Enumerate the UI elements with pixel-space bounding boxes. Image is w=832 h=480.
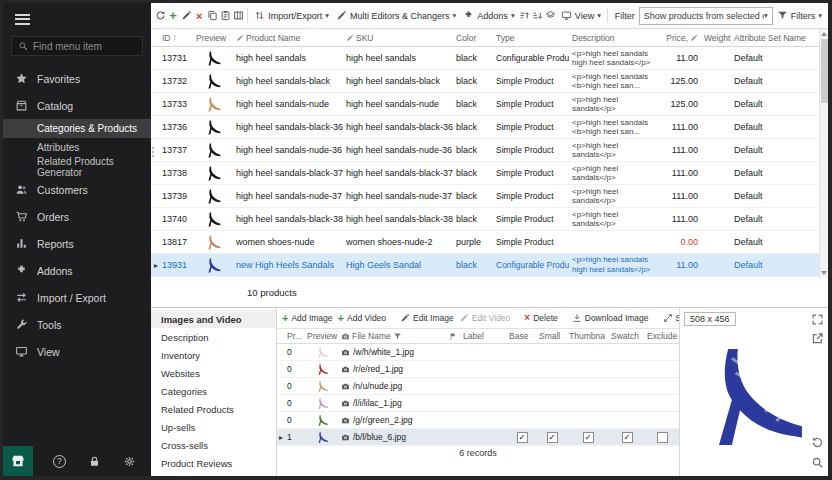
sidebar-item-attributes[interactable]: Attributes: [3, 138, 151, 157]
checkbox-swatch[interactable]: ✓: [622, 432, 633, 443]
detail-tab[interactable]: Cross-sells: [151, 436, 276, 454]
addons-menu[interactable]: Addons▾: [460, 6, 517, 26]
column-header-attribute-set[interactable]: Attribute Set Name: [731, 33, 819, 43]
column-header-preview[interactable]: Preview: [305, 331, 339, 341]
image-row[interactable]: 0 /l/i/lilac_1.jpg: [277, 395, 679, 412]
column-header-exclude[interactable]: Exclude: [645, 331, 679, 341]
product-row[interactable]: 13738 high heel sandals-black-37 high he…: [151, 162, 819, 185]
store-manager-icon[interactable]: [3, 446, 33, 476]
download-image-button[interactable]: Download Image: [572, 313, 649, 323]
checkbox-base[interactable]: ✓: [517, 432, 528, 443]
filters-menu[interactable]: Filters▾: [774, 6, 825, 26]
sidebar-item-orders[interactable]: Orders: [3, 203, 151, 230]
detail-tab[interactable]: Images and Video: [151, 310, 276, 328]
zoom-icon[interactable]: [811, 456, 824, 469]
checkbox-exclude[interactable]: [657, 432, 668, 443]
sidebar-item-related-products-generator[interactable]: Related Products Generator: [3, 157, 151, 176]
add-video-button[interactable]: +Add Video: [338, 313, 387, 324]
checkbox-thumbnail[interactable]: ✓: [583, 432, 594, 443]
detail-tab[interactable]: Related Products: [151, 400, 276, 418]
product-row[interactable]: 13737 high heel sandals-nude-36 high hee…: [151, 139, 819, 162]
settings-gear-icon[interactable]: [121, 452, 139, 470]
refresh-button[interactable]: [154, 6, 166, 26]
column-header-preview[interactable]: Preview: [193, 33, 233, 43]
product-row[interactable]: 13740 high heel sandals-black-38 high he…: [151, 208, 819, 231]
rotate-icon[interactable]: [811, 436, 824, 449]
menu-icon[interactable]: [3, 3, 43, 31]
column-header-small[interactable]: Small: [537, 331, 567, 341]
sidebar-item-reports[interactable]: Reports: [3, 230, 151, 257]
image-row[interactable]: 0 /n/u/nude.jpg: [277, 378, 679, 395]
column-header-weight[interactable]: Weight: [701, 33, 731, 43]
vertical-scrollbar[interactable]: [819, 29, 828, 278]
columns-button[interactable]: [232, 6, 244, 26]
set-resize-rule-button[interactable]: Set Resize Rule: [663, 313, 679, 323]
sidebar-item-tools[interactable]: Tools: [3, 311, 151, 338]
help-icon[interactable]: ?: [50, 452, 68, 470]
product-row[interactable]: 13732 high heel sandals-black high heel …: [151, 70, 819, 93]
sidebar-item-customers[interactable]: Customers: [3, 176, 151, 203]
paste-button[interactable]: [219, 6, 231, 26]
column-header-color[interactable]: Color: [453, 33, 493, 43]
edit-button[interactable]: [180, 6, 192, 26]
sidebar-item-view[interactable]: View: [3, 338, 151, 365]
sidebar-item-categories-products[interactable]: Categories & Products: [3, 119, 151, 138]
column-header-swatch[interactable]: Swatch: [609, 331, 645, 341]
add-product-button[interactable]: +: [167, 6, 179, 26]
column-header-product-name[interactable]: Product Name: [233, 33, 343, 43]
delete-button[interactable]: ×: [193, 6, 205, 26]
import-export-menu[interactable]: Import/Export▾: [251, 6, 332, 26]
product-row[interactable]: 13733 high heel sandals-nude high heel s…: [151, 93, 819, 116]
lock-icon[interactable]: [86, 452, 104, 470]
column-header-label[interactable]: Label: [461, 331, 507, 341]
sidebar-item-catalog[interactable]: Catalog: [3, 92, 151, 119]
product-row[interactable]: 13817 women shoes-nude women shoes-nude-…: [151, 231, 819, 254]
scroll-up-arrow[interactable]: [821, 32, 827, 36]
column-header-id[interactable]: ID↕: [159, 33, 193, 43]
column-header-base[interactable]: Base: [507, 331, 537, 341]
product-row[interactable]: ▸ 13931 new High Heels Sandals High Geel…: [151, 254, 819, 277]
detail-tab[interactable]: Categories: [151, 382, 276, 400]
scroll-down-arrow[interactable]: [821, 271, 827, 275]
image-row[interactable]: ▸ 1 /b/l/blue_6.jpg ✓ ✓ ✓ ✓: [277, 429, 679, 446]
column-header-description[interactable]: Description: [569, 33, 657, 43]
product-row[interactable]: 13739 high heel sandals-nude-37 high hee…: [151, 185, 819, 208]
open-external-icon[interactable]: [811, 332, 824, 345]
category-filter-dropdown[interactable]: Show products from selected categories▾: [639, 7, 773, 25]
detail-tab[interactable]: Description: [151, 328, 276, 346]
image-row[interactable]: 0 /g/r/green_2.jpg: [277, 412, 679, 429]
group-button[interactable]: [545, 6, 557, 26]
view-menu[interactable]: View▾: [558, 6, 604, 26]
column-header-thumbnail[interactable]: Thumbna: [567, 331, 609, 341]
detail-tab[interactable]: Websites: [151, 364, 276, 382]
detail-tab[interactable]: Inventory: [151, 346, 276, 364]
preview-image[interactable]: [695, 332, 813, 462]
column-header-price[interactable]: Price,: [657, 33, 701, 43]
product-row[interactable]: 13736 high heel sandals-black-36 high he…: [151, 116, 819, 139]
search-input[interactable]: [33, 41, 136, 52]
edit-video-button[interactable]: Edit Video: [459, 313, 511, 323]
sidebar-item-favorites[interactable]: Favorites: [3, 65, 151, 92]
product-row[interactable]: 13731 high heel sandals high heel sandal…: [151, 47, 819, 70]
column-header-flag[interactable]: [447, 332, 461, 341]
column-header-type[interactable]: Type: [493, 33, 569, 43]
copy-button[interactable]: [206, 6, 218, 26]
scrollbar-thumb[interactable]: [821, 39, 828, 103]
detail-tab[interactable]: Product Reviews: [151, 454, 276, 472]
column-header-file-name[interactable]: File Name: [339, 331, 447, 341]
image-row[interactable]: 0 /w/h/white_1.jpg: [277, 344, 679, 361]
panel-splitter-handle[interactable]: [151, 139, 155, 165]
sidebar-item-import-export[interactable]: Import / Export: [3, 284, 151, 311]
checkbox-small[interactable]: ✓: [547, 432, 558, 443]
sort-ascending-button[interactable]: [519, 6, 531, 26]
multi-editors-menu[interactable]: Multi Editors & Changers▾: [333, 6, 459, 26]
fullscreen-icon[interactable]: [811, 313, 824, 326]
column-header-sku[interactable]: SKU: [343, 33, 453, 43]
sort-descending-button[interactable]: [532, 6, 544, 26]
column-header-position[interactable]: Pr...: [285, 331, 305, 341]
sidebar-item-addons[interactable]: Addons: [3, 257, 151, 284]
add-image-button[interactable]: +Add Image: [282, 313, 333, 324]
detail-tab[interactable]: Up-sells: [151, 418, 276, 436]
edit-image-button[interactable]: Edit Image: [400, 313, 454, 323]
delete-image-button[interactable]: ×Delete: [524, 313, 557, 323]
